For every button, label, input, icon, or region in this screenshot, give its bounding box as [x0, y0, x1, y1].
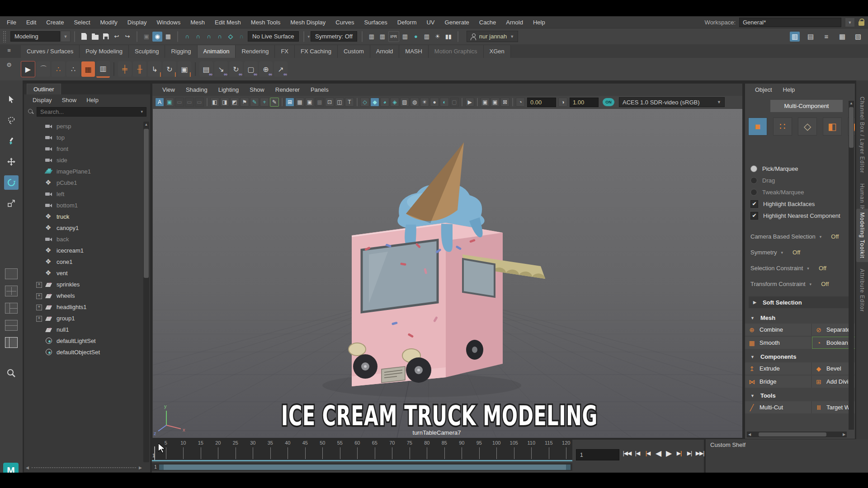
search-input[interactable]: Search... ▾	[37, 107, 146, 117]
menu-help[interactable]: Help	[528, 19, 550, 26]
graph-editor-icon[interactable]: ▦	[81, 61, 95, 77]
outliner-tab[interactable]: Outliner	[27, 84, 61, 94]
menu-mesh-tools[interactable]: Mesh Tools	[246, 19, 286, 26]
outliner-menu-display[interactable]: Display	[28, 97, 56, 103]
menu-modify[interactable]: Modify	[95, 19, 123, 26]
step-forward-key-button[interactable]: ▶|	[674, 447, 684, 459]
dropdown-selection-constraint[interactable]: Selection Constraint▾Off	[745, 260, 855, 276]
shelf-tab-animation[interactable]: Animation	[198, 45, 236, 58]
menu-curves[interactable]: Curves	[330, 19, 359, 26]
outliner-item-cone1[interactable]: cone1	[24, 256, 150, 267]
live-surface-field[interactable]: No Live Surface	[248, 31, 299, 42]
shelf-gear-icon[interactable]: ⚙	[4, 60, 14, 70]
outliner-item-back[interactable]: back	[24, 234, 150, 245]
motion-blur-icon[interactable]: ▢	[450, 98, 459, 107]
multi-component-button[interactable]: Multi-Component	[770, 100, 843, 112]
lights-icon[interactable]: ☀	[420, 98, 429, 107]
workspace-dropdown-button[interactable]: ▼	[845, 18, 855, 27]
outliner-item-front[interactable]: front	[24, 143, 150, 155]
layout-two-pane-button[interactable]	[5, 320, 18, 331]
paint-select-cursor-icon[interactable]: ▶	[465, 98, 474, 107]
cluster-icon[interactable]: ∴	[52, 61, 65, 77]
prev-view-icon[interactable]: ▭	[175, 98, 184, 107]
shelf-tab-arnold[interactable]: Arnold	[370, 45, 400, 58]
isolate-add-icon[interactable]: ▣	[491, 98, 500, 107]
new-scene-icon[interactable]	[79, 32, 89, 42]
checkbox-highlight-backfaces[interactable]: ✔Highlight Backfaces	[745, 198, 855, 210]
point-constraint-icon[interactable]: ↘∞	[214, 61, 228, 77]
play-forward-button[interactable]: ▶	[664, 447, 674, 459]
combine-button[interactable]: ⊕Combine	[745, 324, 811, 336]
time-slider-track[interactable]: 5101520253035404550556065707580859095100…	[152, 440, 572, 461]
pole-vector-constraint-icon[interactable]: ↗∞	[274, 61, 288, 77]
set-translate-key-icon[interactable]: ↳|	[148, 61, 161, 77]
camera-attributes-icon[interactable]: A	[155, 98, 164, 107]
snap-curve-icon[interactable]: ∩	[193, 32, 203, 42]
set-scale-key-icon[interactable]: ▣|	[178, 61, 191, 77]
lasso-tool[interactable]	[4, 113, 19, 127]
zoom-tool[interactable]	[4, 366, 19, 380]
object-mode-icon[interactable]: ■	[748, 117, 767, 136]
chevron-down-icon[interactable]: ▾	[308, 34, 310, 39]
shelf-tab-poly-modeling[interactable]: Poly Modeling	[80, 45, 129, 58]
dropdown-symmetry[interactable]: Symmetry▾Off	[745, 244, 855, 260]
dock-tab-attribute-editor[interactable]: Attribute Editor	[856, 267, 868, 314]
annotate-icon[interactable]: ✎	[270, 98, 279, 107]
go-to-start-button[interactable]: |◀◀	[622, 447, 632, 459]
play-backwards-button[interactable]: ◀	[653, 447, 663, 459]
outliner-menu-help[interactable]: Help	[82, 97, 103, 103]
smooth-shade-icon[interactable]: ◆	[370, 98, 379, 107]
open-scene-icon[interactable]	[90, 32, 100, 42]
current-frame-field[interactable]: 1	[576, 449, 619, 460]
colorspace-selector[interactable]: ACES 1.0 SDR-video (sRGB)▼	[619, 97, 725, 107]
menu-select[interactable]: Select	[69, 19, 95, 26]
shelf-tab-mash[interactable]: MASH	[399, 45, 429, 58]
snap-plane-icon[interactable]: ∩	[215, 32, 225, 42]
menu-deform[interactable]: Deform	[392, 19, 422, 26]
viewport-menu-renderer[interactable]: Renderer	[270, 86, 305, 93]
save-scene-icon[interactable]	[101, 32, 111, 42]
outliner-item-null1[interactable]: null1	[24, 324, 150, 335]
parent-constraint-icon[interactable]: ▤∞	[199, 61, 213, 77]
extrude-button[interactable]: ↥Extrude	[745, 362, 811, 375]
menu-generate[interactable]: Generate	[440, 19, 474, 26]
render-view-icon[interactable]: ▥	[367, 32, 377, 42]
select-camera-icon[interactable]: ◧	[210, 98, 219, 107]
outliner-item-truck[interactable]: truck	[24, 211, 150, 222]
lattice-icon[interactable]: ∴	[66, 61, 80, 77]
shelf-tab-fx[interactable]: FX	[275, 45, 295, 58]
shadows-icon[interactable]: ●	[430, 98, 439, 107]
playblast-icon[interactable]: ▶	[21, 61, 35, 77]
image-plane-icon[interactable]: ▭	[195, 98, 204, 107]
make-live-icon[interactable]: ∩	[236, 32, 246, 42]
scroll-thumb[interactable]	[144, 129, 149, 278]
workspace-selector[interactable]: General*	[739, 18, 841, 27]
dropdown-camera-based-selection[interactable]: Camera Based Selection▾Off	[745, 229, 855, 244]
shelf-tab-sculpting[interactable]: Sculpting	[129, 45, 165, 58]
layout-four-pane-button[interactable]	[5, 286, 18, 296]
scroll-thumb[interactable]	[849, 107, 854, 148]
object-mode-icon[interactable]: ◉	[152, 32, 162, 42]
drag-handle[interactable]	[3, 31, 7, 42]
section-components[interactable]: ▼Components	[745, 349, 855, 362]
outliner-item-side[interactable]: side	[24, 155, 150, 166]
smooth-button[interactable]: ▦Smooth	[745, 337, 811, 349]
soft-selection-section[interactable]: ▶ Soft Selection	[749, 296, 851, 308]
toggle-tool-settings-icon[interactable]: ▧	[853, 32, 863, 42]
toolkit-menu-object[interactable]: Object	[750, 86, 777, 93]
outliner-item-icecream1[interactable]: icecream1	[24, 245, 150, 256]
outliner-item-sprinkles[interactable]: +sprinkles	[24, 279, 150, 290]
expand-icon[interactable]: +	[36, 282, 42, 288]
move-tool[interactable]	[4, 155, 19, 169]
radio-tweak-marquee[interactable]: Tweak/Marquee	[745, 186, 855, 198]
menu-arnold[interactable]: Arnold	[501, 19, 528, 26]
viewport-menu-view[interactable]: View	[157, 86, 180, 93]
menu-windows[interactable]: Windows	[151, 19, 185, 26]
user-account[interactable]: nur jannah▼	[467, 31, 518, 42]
outliner-menu-show[interactable]: Show	[58, 97, 81, 103]
checkbox-highlight-nearest-component[interactable]: ✔Highlight Nearest Component	[745, 210, 855, 221]
scroll-right-icon[interactable]: ▶	[139, 465, 142, 470]
gamma-field[interactable]: 1.00	[570, 98, 599, 107]
layout-outliner-persp-button[interactable]	[5, 337, 18, 348]
menu-mesh[interactable]: Mesh	[185, 19, 210, 26]
